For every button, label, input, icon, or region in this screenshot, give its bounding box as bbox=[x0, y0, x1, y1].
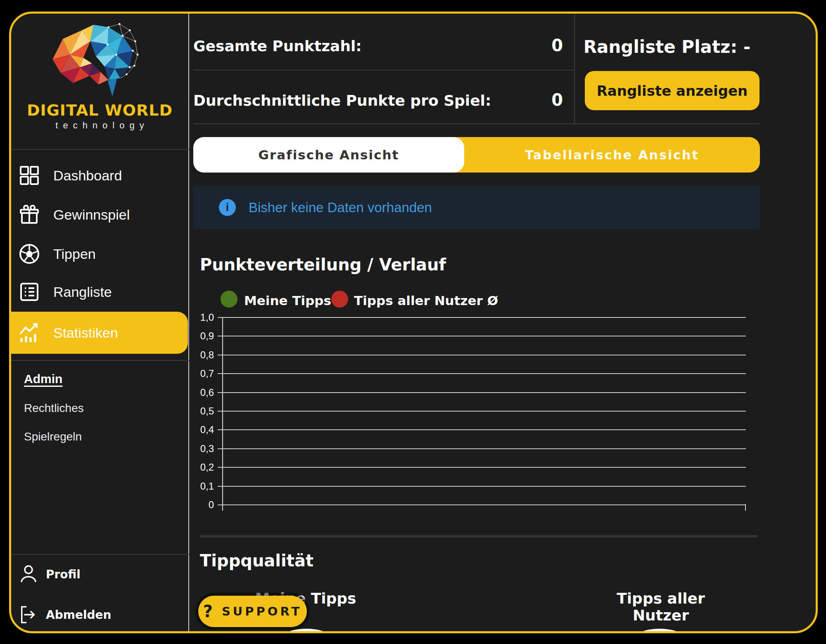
y-tick-label: 0,4 bbox=[177, 424, 214, 436]
show-ranking-button[interactable]: Rangliste anzeigen bbox=[585, 71, 760, 110]
y-tick-label: 0,6 bbox=[177, 387, 214, 398]
legend-dot-meine-tipps bbox=[221, 291, 237, 308]
stats-row-divider bbox=[193, 70, 574, 71]
support-button[interactable]: ? SUPPORT bbox=[198, 596, 307, 627]
support-button-label: SUPPORT bbox=[222, 604, 302, 618]
sidebar-item-label: Profil bbox=[46, 568, 81, 581]
donut-chart-alle-nutzer bbox=[603, 629, 716, 633]
axis-tick-stub bbox=[222, 504, 223, 511]
logout-icon bbox=[19, 604, 38, 625]
info-icon: i bbox=[219, 199, 236, 216]
tab-grafische-ansicht[interactable]: Grafische Ansicht bbox=[193, 137, 464, 173]
list-icon bbox=[18, 280, 41, 303]
donut-chart-meine-tipps bbox=[250, 629, 363, 633]
sidebar-divider bbox=[11, 360, 189, 361]
sidebar-item-label: Statistiken bbox=[53, 325, 118, 341]
quality-section-title: Tippqualität bbox=[200, 551, 313, 570]
sidebar-item-label: Rangliste bbox=[53, 284, 112, 300]
no-data-banner: i Bisher keine Daten vorhanden bbox=[193, 186, 760, 229]
sidebar-item-rangliste[interactable]: Rangliste bbox=[11, 272, 189, 312]
dashboard-icon bbox=[18, 164, 41, 187]
sidebar-item-label: Abmelden bbox=[46, 608, 111, 622]
sidebar: DIGITAL WORLD technology Dashboard bbox=[11, 14, 189, 631]
view-tabbar: Grafische Ansicht Tabellarische Ansicht bbox=[193, 137, 760, 173]
quality-column-alle-nutzer: Tipps aller Nutzer bbox=[586, 590, 735, 624]
stat-value-gesamte-punktzahl: 0 bbox=[507, 36, 563, 55]
logo-title: DIGITAL WORLD bbox=[11, 101, 188, 119]
y-tick-label: 1,0 bbox=[177, 312, 214, 323]
y-tick-label: 0,8 bbox=[177, 349, 214, 361]
sidebar-item-label: Dashboard bbox=[53, 168, 122, 184]
header-bottom-divider bbox=[193, 123, 760, 124]
stats-chart-icon bbox=[18, 321, 41, 344]
logo-subtitle: technology bbox=[11, 120, 188, 131]
y-tick-label: 0,3 bbox=[177, 443, 214, 455]
sidebar-item-tippen[interactable]: Tippen bbox=[11, 234, 189, 274]
app-window: DIGITAL WORLD technology Dashboard bbox=[9, 12, 818, 633]
y-tick-label: 0,1 bbox=[177, 481, 214, 492]
sidebar-item-profil[interactable]: Profil bbox=[11, 561, 189, 587]
stat-label-gesamte-punktzahl: Gesamte Punktzahl: bbox=[193, 38, 362, 54]
header-column-divider bbox=[574, 14, 575, 124]
line-chart-plot-area bbox=[222, 317, 746, 504]
sidebar-item-abmelden[interactable]: Abmelden bbox=[11, 601, 189, 628]
no-data-message: Bisher keine Daten vorhanden bbox=[249, 186, 432, 229]
sidebar-item-gewinnspiel[interactable]: Gewinnspiel bbox=[11, 195, 189, 234]
brain-logo bbox=[40, 17, 145, 99]
y-tick-label: 0,5 bbox=[177, 405, 214, 417]
stat-label-durchschnitt: Durchschnittliche Punkte pro Spiel: bbox=[193, 92, 491, 109]
sidebar-item-label: Tippen bbox=[53, 246, 96, 262]
sidebar-item-label: Gewinnspiel bbox=[53, 207, 130, 223]
y-tick-label: 0,7 bbox=[177, 368, 214, 379]
chart-section-title: Punkteverteilung / Verlauf bbox=[200, 255, 446, 274]
sidebar-divider bbox=[11, 149, 189, 150]
sidebar-link-spielregeln[interactable]: Spielregeln bbox=[24, 430, 82, 443]
tab-tabellarische-ansicht[interactable]: Tabellarische Ansicht bbox=[464, 137, 760, 173]
axis-tick-stub bbox=[745, 504, 746, 511]
soccer-ball-icon bbox=[18, 242, 41, 265]
question-mark-icon: ? bbox=[203, 602, 213, 621]
legend-label-meine-tipps: Meine Tipps bbox=[244, 293, 331, 308]
legend-dot-alle-nutzer bbox=[331, 291, 348, 308]
sidebar-link-rechtliches[interactable]: Rechtliches bbox=[24, 402, 84, 415]
stat-value-durchschnitt: 0 bbox=[507, 90, 563, 109]
sidebar-item-dashboard[interactable]: Dashboard bbox=[11, 156, 189, 195]
y-tick-label: 0,2 bbox=[177, 462, 214, 473]
gift-icon bbox=[18, 203, 41, 226]
legend-label-alle-nutzer: Tipps aller Nutzer Ø bbox=[354, 293, 498, 308]
rank-label: Rangliste Platz: - bbox=[574, 37, 760, 57]
sidebar-divider bbox=[11, 554, 189, 555]
y-tick-label: 0 bbox=[177, 499, 214, 511]
y-tick-label: 0,9 bbox=[177, 330, 214, 342]
sidebar-link-admin[interactable]: Admin bbox=[24, 372, 62, 386]
user-icon bbox=[19, 564, 38, 585]
sidebar-item-statistiken[interactable]: Statistiken bbox=[11, 312, 188, 354]
section-divider bbox=[200, 535, 757, 537]
